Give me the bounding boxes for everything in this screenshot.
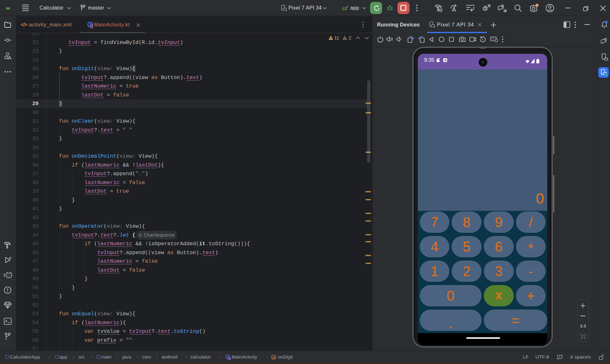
svg-text:A: A — [444, 59, 447, 62]
svg-text:11: 11 — [334, 35, 339, 40]
svg-text:2: 2 — [349, 35, 351, 40]
svg-text:m: m — [272, 355, 275, 359]
